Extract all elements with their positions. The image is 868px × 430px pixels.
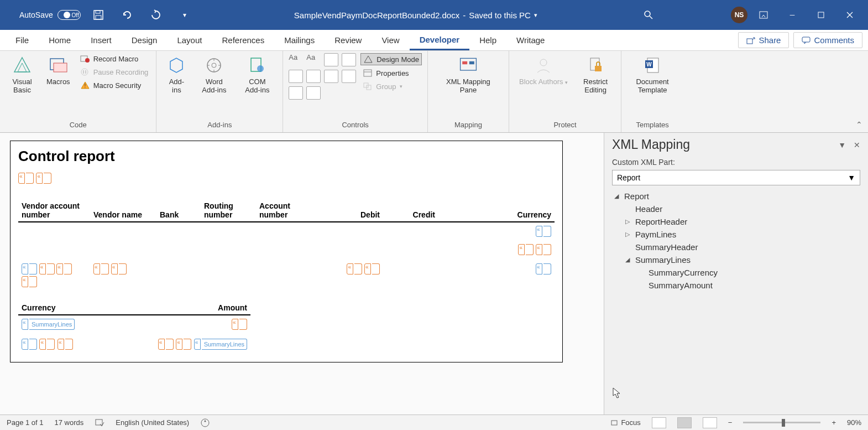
combobox-control-icon[interactable] <box>306 70 321 83</box>
repeating-control-icon[interactable] <box>289 86 303 100</box>
tree-node-summarylines[interactable]: SummaryLines <box>612 253 860 266</box>
content-control[interactable] <box>57 339 73 350</box>
xml-mapping-pane-button[interactable]: XML Mapping Pane <box>433 53 503 96</box>
date-control-icon[interactable] <box>342 70 356 83</box>
tree-node-report[interactable]: Report <box>612 190 860 203</box>
content-control[interactable] <box>232 319 247 330</box>
read-mode-icon[interactable] <box>652 417 666 428</box>
maximize-icon[interactable] <box>808 6 834 24</box>
search-icon[interactable] <box>636 6 661 24</box>
th-account: Account number <box>256 199 311 222</box>
tab-view[interactable]: View <box>372 31 409 49</box>
content-control[interactable] <box>36 173 51 184</box>
tab-file[interactable]: File <box>6 31 39 49</box>
autosave-toggle[interactable]: AutoSave Off <box>19 10 81 20</box>
th-vendor-account: Vendor account number <box>18 199 90 222</box>
content-control[interactable] <box>364 263 380 274</box>
close-icon[interactable] <box>837 6 862 24</box>
macros-button[interactable]: Macros <box>42 53 75 88</box>
svg-point-15 <box>81 69 88 75</box>
buildingblock-control-icon[interactable] <box>342 53 356 66</box>
tab-references[interactable]: References <box>212 31 274 49</box>
content-control[interactable] <box>176 339 191 350</box>
mapping-group-label: Mapping <box>433 118 503 132</box>
redo-icon[interactable] <box>149 8 163 22</box>
tab-help[interactable]: Help <box>469 31 506 49</box>
web-layout-icon[interactable] <box>703 417 717 428</box>
content-control[interactable] <box>536 226 551 237</box>
tab-review[interactable]: Review <box>325 31 372 49</box>
accessibility-icon[interactable] <box>200 418 210 427</box>
restrict-editing-button[interactable]: Restrict Editing <box>576 53 615 96</box>
tab-layout[interactable]: Layout <box>167 31 212 49</box>
macro-security-button[interactable]: ! Macro Security <box>78 80 151 91</box>
xml-mapping-icon <box>458 55 478 75</box>
summarylines-control[interactable]: SummaryLines <box>22 319 75 330</box>
tab-insert[interactable]: Insert <box>81 31 122 49</box>
content-control[interactable] <box>347 263 362 274</box>
qat-customize-icon[interactable]: ▾ <box>178 8 191 22</box>
ribbon-display-icon[interactable] <box>751 6 776 24</box>
tree-node-reportheader[interactable]: ReportHeader <box>612 215 860 228</box>
content-control[interactable] <box>22 339 37 350</box>
undo-icon[interactable] <box>121 8 134 22</box>
zoom-out-icon[interactable]: − <box>728 418 733 427</box>
tab-design[interactable]: Design <box>122 31 168 49</box>
collapse-ribbon-icon[interactable]: ⌃ <box>856 120 862 129</box>
design-mode-button[interactable]: Design Mode <box>360 53 422 65</box>
page-indicator[interactable]: Page 1 of 1 <box>7 418 44 427</box>
save-icon[interactable] <box>92 8 105 22</box>
legacy-tools-icon[interactable] <box>306 86 321 100</box>
content-control[interactable] <box>22 263 37 274</box>
focus-mode-button[interactable]: Focus <box>610 418 640 427</box>
visual-basic-button[interactable]: Visual Basic <box>6 53 39 96</box>
content-control[interactable] <box>93 263 109 274</box>
custom-xml-select[interactable]: Report ▼ <box>612 170 860 185</box>
com-addins-button[interactable]: COM Add-ins <box>237 53 277 96</box>
content-control[interactable] <box>39 263 55 274</box>
tab-home[interactable]: Home <box>39 31 81 49</box>
spellcheck-icon[interactable] <box>95 418 104 427</box>
word-addins-button[interactable]: Word Add-ins <box>194 53 234 96</box>
tree-node-summaryheader[interactable]: SummaryHeader <box>612 241 860 253</box>
zoom-in-icon[interactable]: + <box>832 418 836 427</box>
content-control[interactable] <box>22 276 37 287</box>
tree-node-paymlines[interactable]: PaymLines <box>612 228 860 241</box>
tree-node-summaryamount[interactable]: SummaryAmount <box>612 279 860 292</box>
content-control[interactable] <box>39 339 55 350</box>
content-control[interactable] <box>56 263 72 274</box>
pane-options-icon[interactable]: ▼ <box>838 141 846 149</box>
comments-button[interactable]: Comments <box>793 32 862 48</box>
tab-developer[interactable]: Developer <box>410 30 470 50</box>
language-indicator[interactable]: English (United States) <box>116 418 189 427</box>
record-macro-button[interactable]: Record Macro <box>78 53 151 64</box>
share-button[interactable]: Share <box>738 32 789 48</box>
addins-button[interactable]: Add-ins <box>162 53 191 96</box>
content-control[interactable] <box>536 244 551 255</box>
content-control[interactable] <box>158 339 174 350</box>
zoom-level[interactable]: 90% <box>847 418 861 427</box>
content-control[interactable] <box>18 173 34 184</box>
pane-close-icon[interactable]: ✕ <box>854 141 860 149</box>
checkbox-control-icon[interactable] <box>289 70 303 83</box>
document-template-button[interactable]: W Document Template <box>627 53 678 96</box>
print-layout-icon[interactable] <box>677 417 692 428</box>
tree-node-summarycurrency[interactable]: SummaryCurrency <box>612 266 860 279</box>
properties-button[interactable]: Properties <box>360 68 422 79</box>
tree-node-header[interactable]: Header <box>612 203 860 215</box>
tab-mailings[interactable]: Mailings <box>274 31 325 49</box>
minimize-icon[interactable]: ─ <box>780 6 805 24</box>
richtext-control-icon[interactable]: Aa <box>289 53 303 66</box>
content-control[interactable] <box>111 263 127 274</box>
word-count[interactable]: 17 words <box>55 418 84 427</box>
dropdown-control-icon[interactable] <box>324 70 338 83</box>
summarylines-control[interactable]: SummaryLines <box>194 339 247 350</box>
plaintext-control-icon[interactable]: Aa <box>306 53 321 66</box>
user-avatar[interactable]: NS <box>731 7 747 23</box>
content-control[interactable] <box>518 244 534 255</box>
content-control[interactable] <box>536 263 551 274</box>
tab-writage[interactable]: Writage <box>506 31 555 49</box>
picture-control-icon[interactable] <box>324 53 338 66</box>
zoom-slider[interactable] <box>743 422 820 423</box>
document-area[interactable]: Control report Vendor account number Ven… <box>0 133 604 415</box>
